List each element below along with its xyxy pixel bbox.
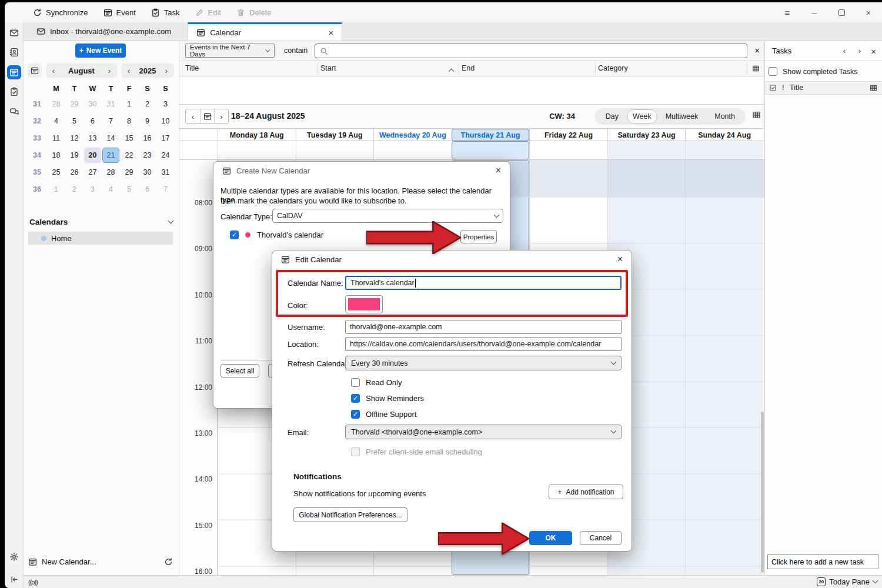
day-header[interactable]: Thursday 21 Aug [452,129,530,141]
minimonth-day[interactable]: 26 [65,163,83,181]
minimonth-day-selected[interactable]: 21 [102,146,120,163]
minimonth-day[interactable]: 7 [156,181,175,198]
email-dropdown[interactable]: Thorvald <thorvald@one-example.com> [345,425,622,439]
tasks-next-icon[interactable]: › [858,46,861,55]
minimonth-day[interactable]: 29 [65,95,83,112]
minimonth-day[interactable]: 12 [65,129,83,146]
col-start[interactable]: Start [320,64,336,72]
all-day-cell[interactable] [452,141,530,159]
minimonth-day[interactable]: 23 [138,146,156,163]
event-list-body[interactable] [179,76,764,105]
minimonth-day[interactable]: 5 [65,112,83,129]
view-week-button[interactable]: Week [627,109,657,123]
delete-button[interactable]: Delete [236,8,272,17]
minimonth-day[interactable]: 13 [83,129,102,146]
minimonth-day[interactable]: 11 [47,129,65,146]
rotate-view-icon[interactable] [752,111,761,119]
read-only-checkbox[interactable] [351,378,360,387]
minimonth-day[interactable]: 24 [156,146,175,163]
tasks-prev-icon[interactable]: ‹ [843,46,846,55]
minimonth-day[interactable]: 14 [102,129,120,146]
minimonth-day-today[interactable]: 20 [83,146,102,163]
calendars-section-header[interactable]: Calendars [29,218,173,226]
next-month-button[interactable]: › [102,66,117,75]
prev-month-button[interactable]: ‹ [46,66,61,75]
app-menu-button[interactable]: ≡ [774,4,801,21]
minimonth-day[interactable]: 28 [47,95,65,112]
new-calendar-button[interactable]: New Calendar... [26,554,175,569]
minimonth-day[interactable]: 31 [102,95,120,112]
all-day-cell[interactable] [373,141,452,159]
title-column[interactable]: Title [790,83,803,92]
select-all-button[interactable]: Select all [220,364,259,377]
minimonth-day[interactable]: 10 [156,112,175,129]
minimonth-day[interactable]: 16 [138,129,156,146]
minimonth-day[interactable]: 31 [156,163,175,181]
minimonth-day[interactable]: 17 [156,129,175,146]
day-header[interactable]: Sunday 24 Aug [685,129,763,141]
day-header[interactable]: Wednesday 20 Aug [373,129,452,141]
view-multiweek-button[interactable]: Multiweek [657,108,707,125]
edit-button[interactable]: Edit [195,8,221,17]
minimonth-day[interactable]: 2 [65,181,83,198]
offline-support-row[interactable]: ✓ Offline Support [351,410,416,419]
minimonth-day[interactable]: 28 [102,163,120,181]
completed-column-icon[interactable] [769,84,777,92]
minimonth-day[interactable]: 1 [47,181,65,198]
minimonth-day[interactable]: 6 [83,112,102,129]
synchronize-button[interactable]: Synchronize [33,8,88,17]
priority-column[interactable]: ! [782,83,784,92]
show-reminders-row[interactable]: ✓ Show Reminders [351,394,424,403]
minimonth-day[interactable]: 3 [156,95,175,112]
scrollbar-thumb[interactable] [761,412,764,573]
prev-week-button[interactable]: ‹ [186,109,200,123]
minimonth-day[interactable]: 1 [120,95,138,112]
minimonth-day[interactable]: 7 [102,112,120,129]
minimonth-day[interactable]: 15 [120,129,138,146]
minimize-button[interactable]: – [801,4,828,21]
read-only-row[interactable]: Read Only [351,378,402,387]
minimonth-day[interactable]: 25 [47,163,65,181]
goto-today-button[interactable] [200,109,214,123]
cancel-button[interactable]: Cancel [580,531,622,545]
new-event-button[interactable]: + New Event [75,44,126,58]
tab-calendar[interactable]: Calendar × [188,22,342,41]
minimonth-day[interactable]: 6 [138,181,156,198]
col-title[interactable]: Title [185,64,199,72]
settings-button[interactable] [7,550,21,564]
collapse-spaces-button[interactable] [7,572,21,586]
network-status-icon[interactable]: ((o)) [28,579,38,586]
all-day-cell[interactable] [218,141,296,159]
col-category[interactable]: Category [598,64,628,72]
space-tasks-button[interactable] [7,85,21,99]
minimonth-day[interactable]: 30 [83,95,102,112]
event-search-input[interactable] [315,44,747,58]
refresh-dropdown[interactable]: Every 30 minutes [345,356,622,370]
space-addressbook-button[interactable] [7,45,21,59]
show-completed-checkbox[interactable] [769,67,777,76]
global-notification-prefs-button[interactable]: Global Notification Preferences... [293,507,407,522]
col-end[interactable]: End [462,64,475,72]
add-notification-button[interactable]: + Add notification [549,485,623,499]
column-picker-icon[interactable] [752,65,760,72]
minimonth-today-button[interactable] [28,64,42,78]
column-picker-icon[interactable] [870,84,877,92]
next-year-button[interactable]: › [159,66,174,75]
close-dialog-icon[interactable]: × [617,254,623,265]
minimonth-day[interactable]: 29 [120,163,138,181]
add-task-input[interactable]: Click here to add a new task [767,554,878,569]
day-column[interactable] [685,160,763,575]
calendar-list-item-home[interactable]: Home [28,232,173,245]
all-day-cell[interactable] [529,141,607,159]
color-picker-button[interactable] [345,295,383,313]
day-header[interactable]: Friday 22 Aug [529,129,607,141]
properties-button[interactable]: Properties [460,230,497,243]
day-header[interactable]: Tuesday 19 Aug [296,129,374,141]
next-week-button[interactable]: › [214,109,228,123]
task-button[interactable]: Task [151,8,180,17]
minimonth-day[interactable]: 27 [83,163,102,181]
minimonth-day[interactable]: 4 [47,112,65,129]
minimonth-day[interactable]: 22 [120,146,138,163]
username-input[interactable]: thorvald@one-example.com [345,320,622,334]
all-day-cell[interactable] [296,141,374,159]
